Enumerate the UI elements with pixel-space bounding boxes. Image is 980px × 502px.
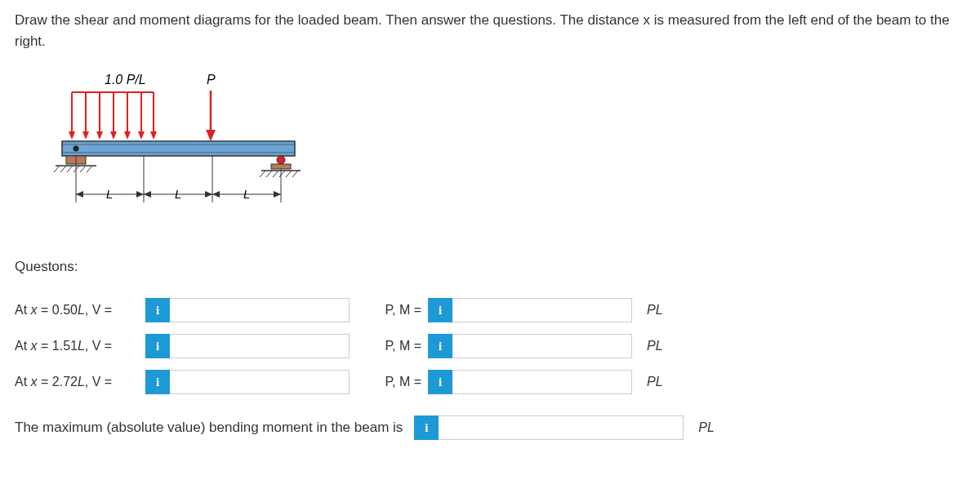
questions-header: Questons: — [15, 259, 965, 275]
v-input[interactable] — [170, 298, 350, 322]
svg-rect-17 — [62, 141, 295, 156]
v-label: At x = 0.50L, V = — [15, 303, 145, 318]
question-row: At x = 2.72L, V = i P, M = i PL — [15, 370, 965, 394]
svg-line-24 — [60, 166, 66, 172]
info-icon[interactable]: i — [428, 334, 452, 358]
max-moment-input[interactable] — [439, 415, 684, 440]
beam-diagram: 1.0 P/L P — [39, 68, 965, 226]
m-label: P, M = — [382, 375, 428, 389]
v-label: At x = 1.51L, V = — [15, 339, 145, 353]
info-icon[interactable]: i — [145, 370, 170, 394]
svg-line-36 — [286, 171, 292, 177]
distributed-load-label: 1.0 P/L — [105, 73, 146, 87]
svg-marker-10 — [96, 131, 103, 140]
svg-marker-14 — [150, 131, 157, 140]
info-icon[interactable]: i — [428, 370, 452, 394]
span-label-2: L — [175, 187, 181, 201]
max-moment-row: The maximum (absolute value) bending mom… — [15, 415, 965, 440]
v-label: At x = 2.72L, V = — [15, 375, 145, 389]
svg-point-20 — [74, 146, 79, 152]
info-icon[interactable]: i — [428, 298, 452, 322]
svg-line-34 — [273, 171, 278, 177]
svg-marker-8 — [69, 131, 75, 140]
max-moment-label: The maximum (absolute value) bending mom… — [15, 420, 403, 436]
problem-instructions: Draw the shear and moment diagrams for t… — [15, 10, 965, 51]
svg-line-35 — [279, 171, 285, 177]
svg-marker-11 — [110, 131, 117, 140]
span-label-1: L — [106, 187, 113, 201]
info-icon[interactable]: i — [145, 334, 170, 358]
svg-line-25 — [67, 166, 73, 172]
m-label: P, M = — [382, 339, 428, 353]
svg-line-32 — [260, 171, 265, 177]
unit-label: PL — [647, 375, 679, 389]
point-load-label: P — [207, 73, 216, 87]
svg-line-27 — [80, 166, 86, 172]
unit-label: PL — [698, 420, 731, 435]
info-icon[interactable]: i — [414, 415, 439, 440]
v-input[interactable] — [170, 370, 350, 394]
svg-line-33 — [266, 171, 272, 177]
question-row: At x = 1.51L, V = i P, M = i PL — [15, 334, 965, 358]
svg-marker-47 — [205, 191, 212, 198]
svg-marker-12 — [124, 131, 131, 140]
svg-marker-9 — [82, 131, 89, 140]
m-label: P, M = — [382, 303, 428, 318]
m-input[interactable] — [452, 334, 632, 358]
svg-point-29 — [277, 156, 285, 164]
svg-rect-30 — [271, 164, 291, 169]
question-row: At x = 0.50L, V = i P, M = i PL — [15, 298, 965, 322]
info-icon[interactable]: i — [145, 298, 170, 322]
svg-line-23 — [54, 166, 60, 172]
svg-marker-50 — [274, 191, 281, 198]
svg-marker-44 — [136, 191, 144, 198]
v-input[interactable] — [170, 334, 350, 358]
span-label-3: L — [243, 187, 250, 201]
svg-marker-46 — [144, 191, 151, 198]
svg-marker-16 — [206, 130, 216, 141]
svg-marker-13 — [138, 131, 145, 140]
unit-label: PL — [647, 339, 679, 353]
svg-marker-43 — [76, 191, 83, 198]
svg-line-28 — [87, 166, 92, 172]
m-input[interactable] — [452, 370, 632, 394]
unit-label: PL — [647, 303, 679, 318]
m-input[interactable] — [452, 298, 632, 322]
svg-line-37 — [292, 171, 298, 177]
svg-marker-49 — [212, 191, 220, 198]
